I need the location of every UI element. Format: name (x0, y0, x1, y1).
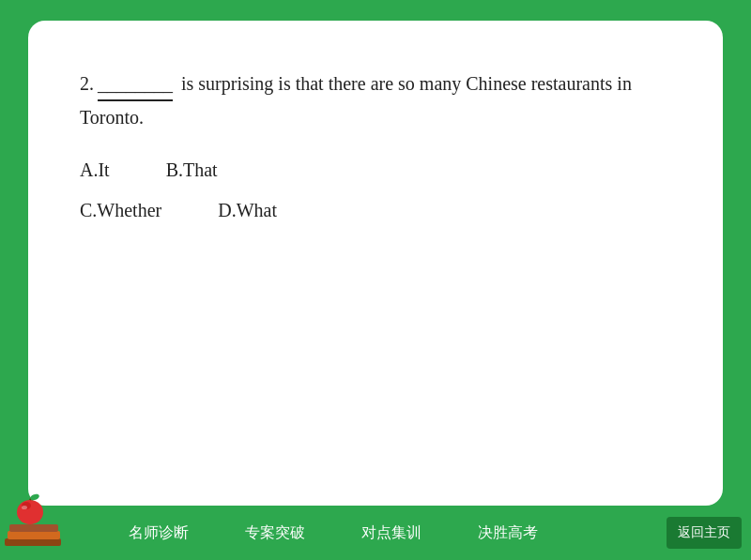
option-c[interactable]: C.Whether (80, 200, 161, 221)
nav-item-1[interactable]: 名师诊断 (100, 506, 217, 560)
option-d[interactable]: D.What (218, 200, 277, 221)
bottom-nav: 名师诊断 专案突破 对点集训 决胜高考 (0, 506, 667, 560)
options-row-2: C.Whether D.What (80, 200, 671, 221)
nav-item-3[interactable]: 对点集训 (333, 506, 450, 560)
bottom-bar: 名师诊断 专案突破 对点集训 决胜高考 返回主页 (0, 506, 751, 560)
svg-point-6 (22, 506, 27, 509)
svg-rect-2 (9, 524, 58, 532)
question-number: 2. (80, 73, 94, 94)
books-apple-icon (0, 490, 70, 560)
options-row-1: A.It B.That (80, 159, 671, 181)
option-b[interactable]: B.That (166, 159, 218, 181)
question-text: 2.________ is surprising is that there a… (80, 68, 671, 133)
svg-rect-0 (5, 538, 61, 546)
decoration-area (0, 490, 70, 560)
question-card: 2.________ is surprising is that there a… (28, 21, 723, 506)
option-a[interactable]: A.It (80, 159, 110, 181)
question-blank: ________ (98, 68, 173, 101)
svg-rect-1 (8, 531, 60, 539)
home-button[interactable]: 返回主页 (667, 517, 742, 549)
nav-item-2[interactable]: 专案突破 (217, 506, 333, 560)
nav-item-4[interactable]: 决胜高考 (450, 506, 566, 560)
